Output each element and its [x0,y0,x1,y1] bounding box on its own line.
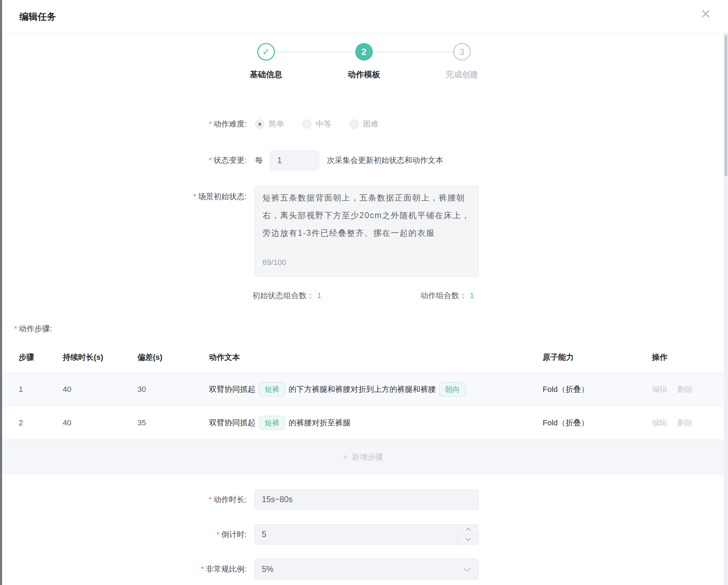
dialog-header: 编辑任务 ✕ [0,0,728,33]
radio-circle [255,119,264,129]
close-icon[interactable]: ✕ [701,8,711,20]
number-spinner [458,524,478,544]
table-header: 步骤 持续时长(s) 偏差(s) 动作文本 原子能力 操作 [2,346,724,372]
radio-label: 简单 [269,119,284,129]
step-label-1: 基础信息 [250,69,282,80]
step-connector [373,51,453,52]
step-number: 2 [19,418,63,427]
decrement-button[interactable] [458,534,478,544]
row-actions: 编辑删除 [652,384,724,395]
plus-icon: + [343,453,348,461]
header-ability: 原子能力 [543,352,652,363]
action-text: 双臂协同抓起短裤的裤腰对折至裤腿 [209,415,543,431]
required-mark: * [209,156,212,165]
text-fragment: 双臂协同抓起 [209,385,255,394]
object-tag: 短裤 [259,416,285,430]
table-body: 14030双臂协同抓起短裤的下方裤腿和裤腰对折到上方的裤腿和裤腰朝向Fold（折… [2,372,724,439]
add-step-button[interactable]: + 新增步骤 [343,452,383,462]
add-step-label: 新增步骤 [352,452,383,462]
countdown-value: 5 [262,530,266,539]
increment-button[interactable] [458,524,478,534]
unusual-ratio-select[interactable]: 5% [254,559,479,580]
radio-label: 困难 [363,119,378,129]
required-mark: * [209,119,212,128]
step-indicator: ✓23 [257,43,471,61]
edit-button[interactable]: 编辑 [652,418,667,427]
object-tag: 短裤 [259,382,285,396]
combo-value: 1 [470,291,474,300]
duration-value: 40 [63,418,137,427]
header-action-text: 动作文本 [209,352,543,363]
radio-circle [350,119,359,129]
unusual-ratio-row: *非常规比例: 5% [0,559,728,580]
text-fragment: 双臂协同抓起 [209,418,255,427]
countdown-input[interactable]: 5 [254,524,479,545]
difficulty-radio-2[interactable]: 中等 [302,119,331,129]
table-row: 14030双臂协同抓起短裤的下方裤腿和裤腰对折到上方的裤腿和裤腰朝向Fold（折… [2,372,724,406]
required-mark: * [201,565,204,573]
action-duration-label: *动作时长: [0,494,247,505]
header-deviation: 偏差(s) [137,352,209,363]
unusual-ratio-label: *非常规比例: [0,564,247,574]
chevron-up-icon [465,528,470,533]
radio-label: 中等 [316,119,331,129]
step-circle-3: 3 [453,43,471,61]
state-change-row: *状态变更: 每 1 次采集会更新初始状态和动作文本 [0,150,728,171]
difficulty-row: *动作难度: 简单中等困难 [0,115,728,133]
state-change-input[interactable]: 1 [270,150,319,170]
object-tag: 朝向 [439,382,465,396]
step-circle-1: ✓ [257,43,275,61]
delete-button[interactable]: 删除 [677,418,693,427]
header-duration: 持续时长(s) [63,352,137,363]
required-mark: * [209,495,212,504]
initial-state-row: *场景初始状态: 短裤五条数据背面朝上，五条数据正面朝上，裤腰朝右，离头部视野下… [0,186,728,277]
radio-circle [302,119,311,129]
deviation-value: 30 [137,385,209,394]
row-actions: 编辑删除 [652,418,724,428]
delete-button[interactable]: 删除 [677,385,693,394]
edit-button[interactable]: 编辑 [652,385,667,394]
table-row: 24035双臂协同抓起短裤的裤腰对折至裤腿Fold（折叠）编辑删除 [2,406,724,439]
difficulty-radio-1[interactable]: 简单 [255,119,284,129]
required-mark: * [216,530,220,539]
difficulty-label: *动作难度: [0,119,247,129]
combo-label: 初始状态组合数： [252,291,314,300]
action-text: 双臂协同抓起短裤的下方裤腿和裤腰对折到上方的裤腿和裤腰朝向 [209,382,543,397]
difficulty-radio-3[interactable]: 困难 [350,119,378,129]
step-circle-2: 2 [355,43,373,61]
action-steps-section-label: *动作步骤: [14,324,52,334]
initial-state-label: *场景初始状态: [0,186,247,202]
difficulty-radio-group: 简单中等困难 [255,119,378,129]
state-change-suffix: 次采集会更新初始状态和动作文本 [327,155,443,166]
state-change-prefix: 每 [255,155,263,166]
required-mark: * [14,324,17,333]
action-duration-input[interactable]: 15s~80s [254,489,479,510]
initial-state-combo-count: 初始状态组合数：1 [252,290,321,301]
chevron-down-icon [465,536,470,541]
combo-label: 动作组合数： [420,291,467,300]
duration-value: 40 [63,385,137,394]
step-connector [275,51,355,52]
add-step-row: + 新增步骤 [2,439,724,474]
countdown-label: *倒计时: [0,529,247,540]
chevron-down-icon [463,564,471,572]
action-duration-row: *动作时长: 15s~80s [0,489,728,510]
step-number: 1 [19,385,63,394]
page-edge-strip [0,0,2,585]
action-combo-count: 动作组合数：1 [420,290,474,301]
combo-value: 1 [317,291,321,300]
atomic-ability: Fold（折叠） [543,384,652,395]
action-steps-table: 步骤 持续时长(s) 偏差(s) 动作文本 原子能力 操作 14030双臂协同抓… [2,346,724,474]
countdown-row: *倒计时: 5 [0,524,728,545]
header-step: 步骤 [19,352,63,363]
step-label-2: 动作模板 [348,69,380,80]
text-fragment: 的下方裤腿和裤腰对折到上方的裤腿和裤腰 [289,385,436,394]
state-change-label: *状态变更: [0,155,247,166]
header-operations: 操作 [652,352,724,363]
page-title: 编辑任务 [19,10,56,23]
atomic-ability: Fold（折叠） [543,418,652,428]
text-fragment: 的裤腰对折至裤腿 [289,418,351,427]
initial-state-textarea[interactable]: 短裤五条数据背面朝上，五条数据正面朝上，裤腰朝右，离头部视野下方至少20cm之外… [254,186,479,277]
required-mark: * [193,192,196,201]
char-counter: 69/100 [263,254,286,271]
